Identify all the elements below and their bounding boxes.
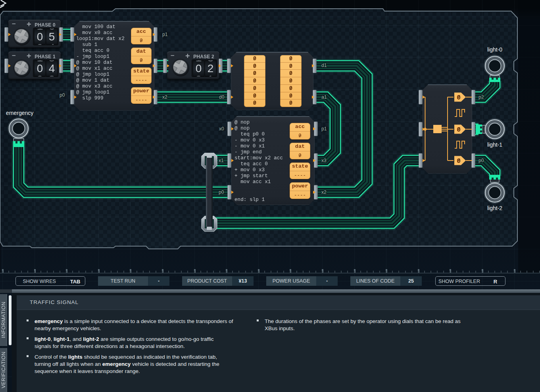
- svg-text:0: 0: [457, 126, 461, 134]
- svg-text:0: 0: [457, 94, 461, 101]
- svg-text:0: 0: [457, 158, 461, 165]
